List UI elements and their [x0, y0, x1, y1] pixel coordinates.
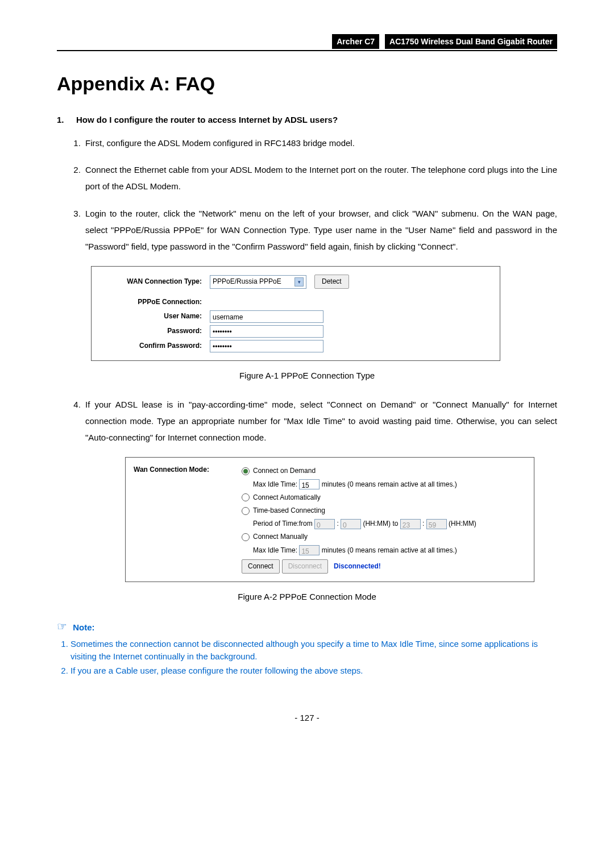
- figure-a1-caption: Figure A-1 PPPoE Connection Type: [57, 369, 557, 383]
- opt-auto: Connect Automatically: [253, 492, 321, 503]
- opt-demand: Connect on Demand: [253, 466, 316, 476]
- manual-idle-suffix: minutes (0 means remain active at all ti…: [322, 545, 457, 556]
- faq-question: How do I configure the router to access …: [76, 113, 338, 127]
- faq-step-1: First, configure the ADSL Modem configur…: [83, 135, 557, 151]
- model-label: Archer C7: [332, 34, 379, 49]
- period-suffix: (HH:MM): [449, 518, 476, 529]
- opt-time-based: Time-based Connecting: [253, 505, 325, 516]
- radio-connect-manually[interactable]: [242, 533, 250, 541]
- period-h1-input[interactable]: 0: [314, 519, 335, 529]
- manual-idle-input[interactable]: 15: [299, 545, 320, 555]
- wan-type-select[interactable]: PPPoE/Russia PPPoE ▾: [210, 275, 306, 289]
- pppoe-conn-label: PPPoE Connection:: [99, 297, 210, 308]
- confirm-password-label: Confirm Password:: [99, 340, 210, 351]
- disconnect-button[interactable]: Disconnect: [282, 559, 328, 574]
- password-input[interactable]: ••••••••: [210, 325, 323, 338]
- period-mid: (HH:MM) to: [363, 518, 398, 529]
- username-label: User Name:: [99, 311, 210, 322]
- period-m1-input[interactable]: 0: [341, 519, 361, 529]
- period-m2-input[interactable]: 59: [426, 519, 447, 529]
- figure-a1-box: WAN Connection Type: PPPoE/Russia PPPoE …: [91, 266, 500, 360]
- wan-type-label: WAN Connection Type:: [99, 276, 210, 287]
- figure-a2-caption: Figure A-2 PPPoE Connection Mode: [57, 590, 557, 604]
- faq-steps-list: First, configure the ADSL Modem configur…: [57, 135, 557, 255]
- detect-button[interactable]: Detect: [314, 275, 349, 289]
- faq-number: 1.: [57, 113, 76, 127]
- period-prefix: Period of Time:from: [253, 518, 313, 529]
- confirm-password-input[interactable]: ••••••••: [210, 340, 323, 352]
- faq-step-3: Login to the router, click the "Network"…: [83, 205, 557, 255]
- demand-idle-suffix: minutes (0 means remain active at all ti…: [322, 479, 457, 490]
- connection-status: Disconnected!: [334, 561, 381, 572]
- page-header: Archer C7 AC1750 Wireless Dual Band Giga…: [57, 34, 557, 51]
- radio-connect-on-demand[interactable]: [242, 467, 250, 475]
- page-title: Appendix A: FAQ: [57, 68, 557, 99]
- faq-step-4: If your ADSL lease is in "pay-according-…: [83, 396, 557, 446]
- opt-manual: Connect Manually: [253, 531, 308, 542]
- password-label: Password:: [99, 326, 210, 337]
- note-item-2: If you are a Cable user, please configur…: [70, 665, 557, 678]
- radio-time-based[interactable]: [242, 507, 250, 515]
- wan-mode-label: Wan Connection Mode:: [134, 463, 242, 576]
- manual-idle-label: Max Idle Time:: [253, 545, 297, 556]
- username-input[interactable]: username: [210, 310, 323, 323]
- note-section: ☞ Note: Sometimes the connection cannot …: [57, 617, 557, 678]
- chevron-down-icon: ▾: [294, 277, 304, 286]
- product-label: AC1750 Wireless Dual Band Gigabit Router: [385, 34, 557, 49]
- demand-idle-label: Max Idle Time:: [253, 479, 297, 490]
- period-h2-input[interactable]: 23: [400, 519, 421, 529]
- note-heading: Note:: [73, 622, 94, 632]
- figure-a2-box: Wan Connection Mode: Connect on Demand M…: [125, 457, 534, 582]
- faq-steps-list-cont: If your ADSL lease is in "pay-according-…: [57, 396, 557, 446]
- connect-button[interactable]: Connect: [242, 559, 280, 574]
- faq-step-2: Connect the Ethernet cable from your ADS…: [83, 161, 557, 195]
- wan-type-value: PPPoE/Russia PPPoE: [213, 276, 281, 287]
- radio-connect-auto[interactable]: [242, 493, 250, 501]
- note-item-1: Sometimes the connection cannot be disco…: [70, 638, 557, 663]
- pointing-hand-icon: ☞: [57, 620, 67, 633]
- demand-idle-input[interactable]: 15: [299, 479, 320, 489]
- page-number: - 127 -: [57, 711, 557, 725]
